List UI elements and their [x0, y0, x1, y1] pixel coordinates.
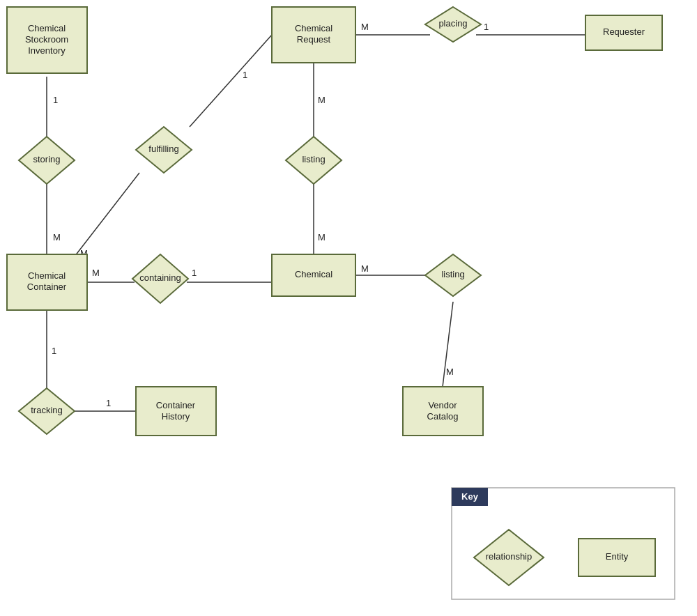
key-entity-label: Entity: [606, 551, 629, 562]
label-csi-2: Stockroom: [25, 34, 68, 45]
card-listing-vendor: M: [446, 367, 454, 377]
label-vc-2: Catalog: [427, 411, 459, 422]
label-ch-1: Container: [156, 400, 196, 410]
label-tracking: tracking: [31, 405, 63, 415]
label-cc-2: Container: [27, 282, 67, 292]
card-cr-placing: M: [361, 22, 369, 32]
label-fulfilling: fulfilling: [148, 144, 178, 154]
key-header-label: Key: [461, 491, 479, 502]
label-containing: containing: [139, 272, 181, 283]
card-csi-storing: 1: [53, 95, 58, 105]
label-storing: storing: [33, 154, 60, 164]
label-cr-2: Request: [297, 34, 331, 45]
card-containing-chemical: 1: [192, 268, 197, 278]
label-cc-1: Chemical: [28, 270, 66, 281]
label-csi-1: Chemical: [28, 23, 66, 33]
line-cr-fulfilling: [190, 35, 272, 127]
card-chemical-listing: M: [361, 263, 369, 274]
card-tracking-history: 1: [106, 398, 111, 408]
label-cr-1: Chemical: [295, 23, 332, 33]
card-cc-containing: M: [92, 268, 100, 278]
label-requester: Requester: [603, 26, 645, 37]
label-vc-1: Vendor: [428, 400, 457, 410]
label-chemical: Chemical: [295, 269, 332, 279]
card-cr-listing: M: [318, 95, 325, 105]
card-cr-fulfilling: 1: [243, 70, 247, 80]
label-listing-cr: listing: [302, 154, 325, 164]
card-cc-tracking: 1: [52, 346, 56, 356]
label-ch-2: History: [162, 411, 190, 422]
key-relationship-label: relationship: [486, 551, 533, 562]
label-listing-chem: listing: [441, 269, 464, 279]
card-listing-chemical: M: [318, 232, 325, 242]
label-csi-3: Inventory: [28, 45, 66, 56]
label-placing: placing: [438, 18, 467, 29]
card-placing-requester: 1: [484, 22, 489, 32]
card-storing-cc: M: [53, 232, 61, 242]
